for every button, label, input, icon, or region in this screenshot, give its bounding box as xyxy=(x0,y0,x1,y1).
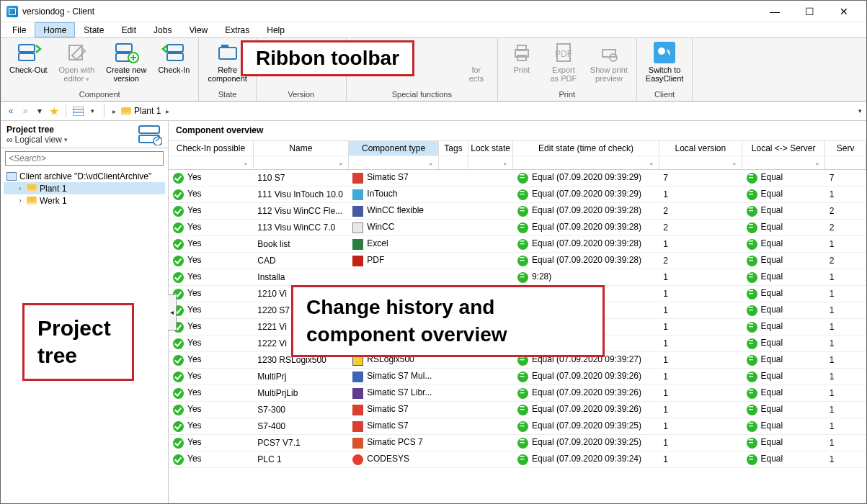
col-checkin[interactable]: Check-In possible⌄ xyxy=(169,141,253,170)
easyclient-button[interactable]: Switch toEasyClient xyxy=(640,40,690,89)
component-type-icon xyxy=(352,421,363,432)
nav-back-button[interactable]: « xyxy=(5,105,17,117)
breadcrumb-item[interactable]: Plant 1 xyxy=(134,106,161,116)
cell-serverver: 7 xyxy=(825,170,866,186)
cell-checkin: Yes xyxy=(169,269,253,286)
cell-localserver: Equal xyxy=(742,451,825,468)
equal-icon xyxy=(517,388,528,399)
ok-icon xyxy=(173,189,184,200)
component-group-label: Component xyxy=(1,90,198,101)
table-row[interactable]: YesMultiPrjSimatic S7 Mul...Equal (07.09… xyxy=(169,369,866,385)
tree-item-plant1[interactable]: › Plant 1 xyxy=(4,182,165,194)
checkin-button[interactable]: Check-In xyxy=(152,40,195,89)
table-row[interactable]: YesPCS7 V7.1Simatic PCS 7Equal (07.09.20… xyxy=(169,435,866,451)
list-view-icon[interactable] xyxy=(72,105,84,117)
table-row[interactable]: YesS7-400Simatic S7Equal (07.09.2020 09:… xyxy=(169,418,866,435)
nav-forward-button[interactable]: » xyxy=(19,105,31,117)
splitter-handle[interactable] xyxy=(168,294,177,330)
menu-extras[interactable]: Extras xyxy=(216,22,258,37)
print-button[interactable]: Print xyxy=(501,40,543,89)
cell-serverver: 1 xyxy=(825,369,866,385)
cell-edit: 9:28) xyxy=(513,269,659,286)
filter-dropdown-icon[interactable]: ⌄ xyxy=(649,159,654,166)
equal-icon xyxy=(517,206,528,217)
cell-tags xyxy=(439,451,468,468)
menu-file[interactable]: File xyxy=(4,22,35,37)
filter-dropdown-icon[interactable]: ⌄ xyxy=(243,159,249,166)
table-row[interactable]: YesMultiPrjLibSimatic S7 Libr...Equal (0… xyxy=(169,385,866,402)
col-localserver[interactable]: Local <-> Server⌄ xyxy=(742,141,825,170)
expander-icon[interactable]: › xyxy=(17,197,24,204)
svg-text:PDF: PDF xyxy=(555,49,572,59)
filter-dropdown-icon[interactable]: ⌄ xyxy=(814,159,820,166)
cell-edit: Equal (07.09.2020 09:39:26) xyxy=(513,402,659,418)
checkout-button[interactable]: Check-Out xyxy=(4,40,53,89)
preview-label: Show printpreview xyxy=(590,66,628,83)
print-preview-button[interactable]: Show printpreview xyxy=(584,40,633,89)
table-row[interactable]: YesCADPDFEqual (07.09.2020 09:39:28)2Equ… xyxy=(169,253,866,269)
tree-item-werk1[interactable]: › Werk 1 xyxy=(4,194,165,207)
minimize-button[interactable]: — xyxy=(758,1,791,22)
expander-icon[interactable]: › xyxy=(17,184,24,192)
ok-icon xyxy=(173,173,184,184)
cell-localver: 2 xyxy=(659,220,742,236)
cell-localver: 1 xyxy=(659,352,742,369)
cell-type: Simatic PCS 7 xyxy=(348,435,438,451)
breadcrumb-dropdown[interactable]: ▾ xyxy=(858,107,862,114)
cell-name: MultiPrj xyxy=(253,369,348,385)
view-dropdown-button[interactable]: ▾ xyxy=(86,105,98,117)
favorite-icon[interactable]: ★ xyxy=(48,105,60,117)
nav-dropdown-button[interactable]: ▾ xyxy=(34,105,45,117)
menu-jobs[interactable]: Jobs xyxy=(145,22,180,37)
menu-state[interactable]: State xyxy=(75,22,112,37)
table-row[interactable]: YesBook listExcelEqual (07.09.2020 09:39… xyxy=(169,236,866,253)
col-tags[interactable]: Tags xyxy=(439,141,468,170)
col-lock[interactable]: Lock state⌄ xyxy=(468,141,513,170)
table-row[interactable]: Yes113 Visu WinCC 7.0WinCCEqual (07.09.2… xyxy=(169,220,866,236)
cell-name: S7-400 xyxy=(253,418,348,435)
open-with-editor-button[interactable]: Open witheditor ▾ xyxy=(53,40,101,89)
svg-rect-8 xyxy=(219,48,236,59)
breadcrumb-chevron[interactable]: ▸ xyxy=(164,107,172,115)
filter-dropdown-icon[interactable]: ⌄ xyxy=(732,159,737,166)
logical-view-toggle[interactable]: ∞ Logical view ▾ xyxy=(6,135,68,145)
export-pdf-button[interactable]: PDF Exportas PDF xyxy=(543,40,584,89)
component-type-icon xyxy=(352,206,363,217)
panel-icon[interactable] xyxy=(138,124,162,145)
maximize-button[interactable]: ☐ xyxy=(793,1,826,22)
cell-edit: Equal (07.09.2020 09:39:24) xyxy=(513,451,659,468)
table-row[interactable]: YesInstalla9:28)1Equal1 xyxy=(169,269,866,286)
create-version-button[interactable]: Create newversion xyxy=(100,40,152,89)
cell-serverver: 1 xyxy=(825,385,866,402)
search-input[interactable] xyxy=(6,153,163,163)
cell-type xyxy=(348,269,438,286)
cell-name: PLC 1 xyxy=(253,451,348,468)
col-edit[interactable]: Edit state (time of check)⌄ xyxy=(513,141,659,170)
table-row[interactable]: Yes111 Visu InTouch 10.0InTouchEqual (07… xyxy=(169,186,866,203)
cell-lock xyxy=(468,236,513,253)
table-row[interactable]: YesS7-300Simatic S7Equal (07.09.2020 09:… xyxy=(169,402,866,418)
filter-dropdown-icon[interactable]: ⌄ xyxy=(502,159,508,166)
cell-checkin: Yes xyxy=(169,186,253,203)
table-row[interactable]: Yes110 S7Simatic S7Equal (07.09.2020 09:… xyxy=(169,170,866,186)
ribbon-group-client: Switch toEasyClient Client xyxy=(637,38,693,101)
table-row[interactable]: Yes112 Visu WinCC Fle...WinCC flexibleEq… xyxy=(169,203,866,220)
tree-root[interactable]: Client archive "D:\vdClientArchive" xyxy=(4,170,165,182)
special-for-button[interactable]: forects xyxy=(458,40,494,89)
menu-home[interactable]: Home xyxy=(35,22,75,37)
breadcrumb-chevron[interactable]: ▸ xyxy=(110,107,118,115)
col-name[interactable]: Name⌄ xyxy=(253,141,348,170)
col-localver[interactable]: Local version⌄ xyxy=(659,141,742,170)
folder-icon xyxy=(121,107,131,115)
menu-help[interactable]: Help xyxy=(258,22,293,37)
filter-dropdown-icon[interactable]: ⌄ xyxy=(338,159,344,166)
menu-edit[interactable]: Edit xyxy=(112,22,145,37)
menu-view[interactable]: View xyxy=(180,22,216,37)
filter-dropdown-icon[interactable]: ⌄ xyxy=(428,159,434,166)
cell-localserver: Equal xyxy=(742,286,825,302)
cell-name: Installa xyxy=(253,269,348,286)
col-type[interactable]: Component type⌄ xyxy=(348,141,438,170)
col-serverver[interactable]: Serv xyxy=(825,141,866,170)
table-row[interactable]: YesPLC 1CODESYSEqual (07.09.2020 09:39:2… xyxy=(169,451,866,468)
close-button[interactable]: ✕ xyxy=(827,1,861,22)
